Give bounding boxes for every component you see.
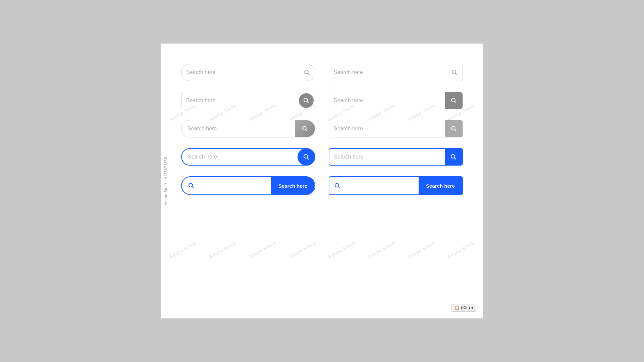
search-box-8[interactable] <box>329 148 463 166</box>
svg-line-19 <box>338 187 340 188</box>
svg-line-5 <box>307 102 309 103</box>
svg-line-1 <box>308 73 310 75</box>
search-box-7[interactable] <box>181 148 315 166</box>
search-box-5[interactable] <box>181 120 315 137</box>
search-icon-4 <box>450 97 457 104</box>
search-input-1[interactable] <box>186 69 304 75</box>
search-input-2[interactable] <box>334 69 451 75</box>
svg-line-17 <box>192 187 194 188</box>
side-watermark-text: Adobe Stock | #176674530 <box>164 157 168 205</box>
svg-line-11 <box>455 130 457 131</box>
search-icon-left-10 <box>334 182 341 189</box>
search-box-2[interactable] <box>329 64 463 81</box>
search-input-8[interactable] <box>334 154 445 160</box>
search-button-4[interactable] <box>445 92 463 109</box>
svg-line-9 <box>306 130 308 131</box>
search-input-3[interactable] <box>186 98 299 104</box>
search-button-8[interactable] <box>445 148 462 166</box>
search-icon-6 <box>450 125 457 132</box>
search-input-10[interactable] <box>343 183 419 189</box>
search-button-9[interactable]: Search here <box>271 176 315 195</box>
search-icon-7 <box>303 154 310 160</box>
clipboard-label: (Ctrl) <box>461 305 470 310</box>
search-grid: Search here Search here <box>181 64 463 195</box>
search-button-6[interactable] <box>445 120 463 137</box>
search-button-2[interactable] <box>451 69 458 76</box>
search-box-10[interactable]: Search here <box>329 176 463 195</box>
search-box-1[interactable] <box>181 64 315 81</box>
main-card: Adobe Stock Adobe Stock Adobe Stock Adob… <box>161 44 483 318</box>
search-box-3[interactable] <box>181 92 315 109</box>
search-icon-left-9 <box>188 182 195 189</box>
search-button-7[interactable] <box>298 148 315 166</box>
search-box-9[interactable]: Search here <box>181 176 315 195</box>
svg-line-3 <box>455 73 457 75</box>
search-button-1[interactable] <box>304 69 310 76</box>
search-icon-2 <box>451 69 458 76</box>
search-button-5[interactable] <box>295 120 315 137</box>
search-button-10[interactable]: Search here <box>419 176 462 195</box>
search-box-6[interactable] <box>329 120 463 137</box>
search-icon-1 <box>304 69 310 76</box>
search-input-9[interactable] <box>197 183 271 189</box>
side-watermark: Adobe Stock | #176674530 <box>161 44 170 318</box>
search-button-3[interactable] <box>299 93 314 108</box>
search-input-5[interactable] <box>187 126 295 132</box>
search-box-4[interactable] <box>329 92 463 109</box>
search-icon-5 <box>302 125 308 132</box>
svg-line-13 <box>307 158 309 160</box>
clipboard-icon: 📋 <box>454 305 460 310</box>
clipboard-dropdown-icon: ▾ <box>471 305 473 310</box>
search-input-7[interactable] <box>188 154 298 160</box>
clipboard-button[interactable]: 📋 (Ctrl) ▾ <box>451 304 476 312</box>
search-input-4[interactable] <box>334 98 445 104</box>
svg-line-15 <box>454 158 456 160</box>
search-icon-3 <box>303 97 310 104</box>
search-input-6[interactable] <box>334 126 445 132</box>
search-icon-8 <box>450 154 457 160</box>
svg-line-7 <box>455 102 457 103</box>
